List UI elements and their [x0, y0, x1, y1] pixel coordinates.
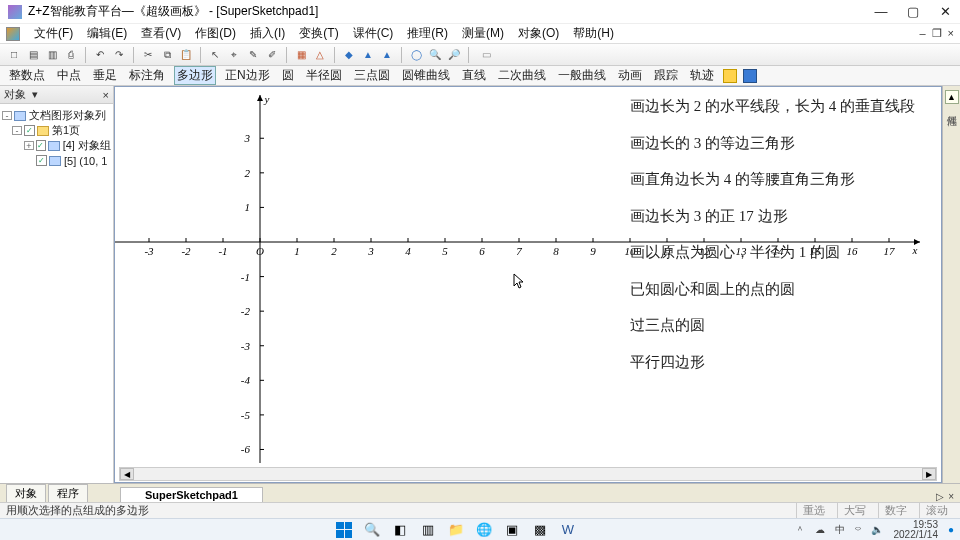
t2-angle[interactable]: 标注角 — [126, 67, 168, 84]
scroll-left-icon[interactable]: ◀ — [120, 468, 134, 480]
start-button[interactable] — [334, 521, 354, 539]
close-button[interactable]: ✕ — [938, 4, 952, 19]
menu-insert[interactable]: 插入(I) — [244, 24, 291, 43]
tray-clock[interactable]: 19:53 2022/1/14 — [893, 520, 938, 540]
status-reset[interactable]: 重选 — [796, 503, 831, 518]
t2-conic[interactable]: 圆锥曲线 — [399, 67, 453, 84]
scroll-right-icon[interactable]: ▶ — [922, 468, 936, 480]
btab-objects[interactable]: 对象 — [6, 484, 46, 502]
max-button[interactable]: ▢ — [906, 4, 920, 19]
tb-grid-icon[interactable]: ▦ — [293, 47, 309, 63]
tb-circle-icon[interactable]: ◯ — [408, 47, 424, 63]
tb-cut-icon[interactable]: ✂ — [140, 47, 156, 63]
tb-save-icon[interactable]: ▥ — [44, 47, 60, 63]
t2-intpoint[interactable]: 整数点 — [6, 67, 48, 84]
min-button[interactable]: — — [874, 4, 888, 19]
taskbar-terminal-icon[interactable]: ▣ — [502, 521, 522, 539]
tb-zoomin-icon[interactable]: 🔍 — [427, 47, 443, 63]
tb-box-icon[interactable]: ▭ — [475, 47, 497, 63]
menu-reason[interactable]: 推理(R) — [401, 24, 454, 43]
tb-undo-icon[interactable]: ↶ — [92, 47, 108, 63]
tb-redo-icon[interactable]: ↷ — [111, 47, 127, 63]
t2-color1-icon[interactable] — [723, 69, 737, 83]
task-item: 画边长为 2 的水平线段，长为 4 的垂直线段 — [630, 97, 915, 117]
menu-file[interactable]: 文件(F) — [28, 24, 79, 43]
btab-document[interactable]: SuperSketchpad1 — [120, 487, 263, 502]
t2-3pcircle[interactable]: 三点圆 — [351, 67, 393, 84]
menu-draw[interactable]: 作图(D) — [189, 24, 242, 43]
tray-overflow-icon[interactable]: ＾ — [795, 523, 805, 537]
task-item: 画边长为 3 的正 17 边形 — [630, 207, 915, 227]
tray-volume-icon[interactable]: 🔈 — [871, 524, 883, 535]
btab-close-icon[interactable]: × — [948, 491, 954, 502]
menu-object[interactable]: 对象(O) — [512, 24, 565, 43]
taskbar-search-icon[interactable]: 🔍 — [362, 521, 382, 539]
tb-pencil-icon[interactable]: ✐ — [264, 47, 280, 63]
tb-pen-icon[interactable]: ✎ — [245, 47, 261, 63]
t2-circle[interactable]: 圆 — [279, 67, 297, 84]
tray-notification-icon[interactable]: ● — [948, 524, 954, 535]
svg-text:3: 3 — [244, 132, 251, 144]
t2-polygon[interactable]: 多边形 — [174, 66, 216, 85]
btab-program[interactable]: 程序 — [48, 484, 88, 502]
task-item: 已知圆心和圆上的点的圆 — [630, 280, 915, 300]
mdi-max-button[interactable]: ❐ — [932, 27, 942, 40]
drawing-canvas[interactable]: -3-2-1O12345678910111213141516174 -6-5-4… — [114, 86, 942, 483]
tree-node4[interactable]: [4] 对象组 — [63, 138, 111, 153]
taskbar-widgets-icon[interactable]: ▥ — [418, 521, 438, 539]
t2-radcircle[interactable]: 半径圆 — [303, 67, 345, 84]
menu-transform[interactable]: 变换(T) — [293, 24, 344, 43]
tb-fill1-icon[interactable]: ◆ — [341, 47, 357, 63]
tree-node5[interactable]: [5] (10, 1 — [64, 155, 107, 167]
tb-fill2-icon[interactable]: ▲ — [360, 47, 376, 63]
btab-play-icon[interactable]: ▷ — [936, 491, 944, 502]
tb-point-icon[interactable]: ⌖ — [226, 47, 242, 63]
t2-general[interactable]: 一般曲线 — [555, 67, 609, 84]
t2-color2-icon[interactable] — [743, 69, 757, 83]
mdi-close-button[interactable]: × — [948, 27, 954, 40]
tb-fill3-icon[interactable]: ▲ — [379, 47, 395, 63]
svg-text:-5: -5 — [241, 409, 251, 421]
t2-anim[interactable]: 动画 — [615, 67, 645, 84]
t2-quadratic[interactable]: 二次曲线 — [495, 67, 549, 84]
taskbar-taskview-icon[interactable]: ◧ — [390, 521, 410, 539]
tray-wifi-icon[interactable]: ⌔ — [855, 524, 861, 535]
tray-cloud-icon[interactable]: ☁ — [815, 524, 825, 535]
menu-edit[interactable]: 编辑(E) — [81, 24, 133, 43]
taskbar-app-icon[interactable]: ▩ — [530, 521, 550, 539]
taskbar-word-icon[interactable]: W — [558, 521, 578, 539]
tb-print-icon[interactable]: ⎙ — [63, 47, 79, 63]
svg-text:2: 2 — [331, 245, 337, 257]
t2-trace[interactable]: 跟踪 — [651, 67, 681, 84]
tb-select-icon[interactable]: ↖ — [207, 47, 223, 63]
object-tree[interactable]: -文档图形对象列 -✓第1页 +✓[4] 对象组 ✓[5] (10, 1 — [0, 104, 113, 483]
menu-help[interactable]: 帮助(H) — [567, 24, 620, 43]
horizontal-scrollbar[interactable]: ◀ ▶ — [119, 467, 937, 481]
t2-regpoly[interactable]: 正N边形 — [222, 67, 273, 84]
svg-text:-2: -2 — [181, 245, 191, 257]
menu-measure[interactable]: 测量(M) — [456, 24, 510, 43]
tree-root[interactable]: 文档图形对象列 — [29, 108, 106, 123]
tb-tri-icon[interactable]: △ — [312, 47, 328, 63]
t2-foot[interactable]: 垂足 — [90, 67, 120, 84]
tb-paste-icon[interactable]: 📋 — [178, 47, 194, 63]
t2-locus[interactable]: 轨迹 — [687, 67, 717, 84]
tb-zoomout-icon[interactable]: 🔎 — [446, 47, 462, 63]
tb-copy-icon[interactable]: ⧉ — [159, 47, 175, 63]
status-scroll: 滚动 — [919, 503, 954, 518]
t2-line[interactable]: 直线 — [459, 67, 489, 84]
task-item: 平行四边形 — [630, 353, 915, 373]
tree-page[interactable]: 第1页 — [52, 123, 80, 138]
taskbar-explorer-icon[interactable]: 📁 — [446, 521, 466, 539]
rightstrip-toggle-icon[interactable]: ▲ — [945, 90, 959, 104]
menu-view[interactable]: 查看(V) — [135, 24, 187, 43]
mdi-min-button[interactable]: – — [919, 27, 925, 40]
menu-course[interactable]: 课件(C) — [347, 24, 400, 43]
svg-text:O: O — [256, 245, 264, 257]
t2-midpoint[interactable]: 中点 — [54, 67, 84, 84]
taskbar-edge-icon[interactable]: 🌐 — [474, 521, 494, 539]
tray-ime-icon[interactable]: 中 — [835, 523, 845, 537]
tb-open-icon[interactable]: ▤ — [25, 47, 41, 63]
sidebar-close-icon[interactable]: × — [103, 89, 109, 101]
tb-new-icon[interactable]: □ — [6, 47, 22, 63]
